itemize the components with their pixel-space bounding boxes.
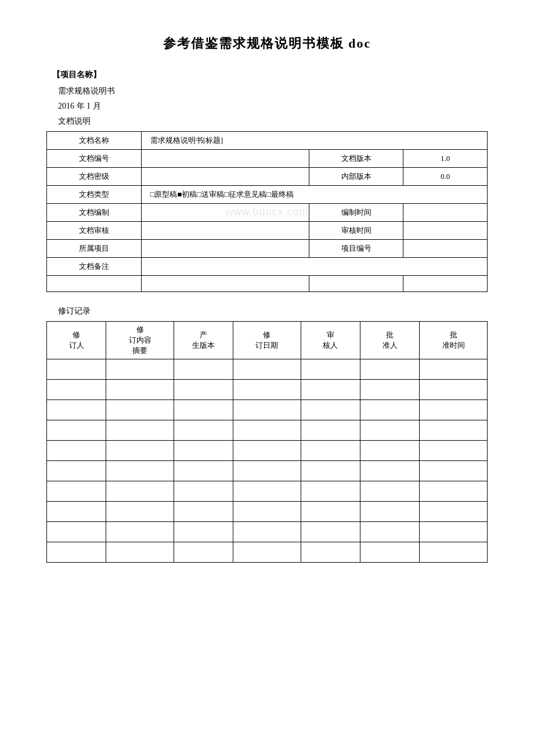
cell-internal-ver-label: 内部版本 [309,168,403,186]
revision-section-label: 修订记录 [58,306,488,316]
cell-doc-type-label: 文档类型 [47,186,142,204]
cell-doc-num-value [141,150,309,168]
cell-project-label: 所属项目 [47,240,142,258]
table-row [47,276,488,292]
cell-r3-c5 [301,400,360,420]
revision-table-row [47,420,488,441]
cell-r4-c3 [174,420,233,441]
cell-edit-time-label: 编制时间 [309,204,403,222]
table-row: 文档密级 内部版本 0.0 [47,168,488,186]
cell-r8-c3 [174,502,233,522]
cell-r7-c4 [233,481,301,502]
cell-r3-c2 [106,400,174,420]
cell-doc-remark-label: 文档备注 [47,258,142,276]
cell-r10-c5 [301,542,360,563]
revision-table-header: 修订人 修订内容摘要 产生版本 修订日期 审核人 批准人 批准时间 [47,322,488,359]
doc-info-section-label: 文档说明 [58,116,488,127]
cell-r5-c1 [47,441,106,461]
cell-r4-c6 [360,420,420,441]
cell-r3-c1 [47,400,106,420]
cell-r1-c2 [106,359,174,380]
doc-date-text: 2016 年 1 月 [58,101,488,111]
cell-r8-c4 [233,502,301,522]
cell-r9-c6 [360,522,420,542]
cell-r7-c2 [106,481,174,502]
cell-doc-ver-label: 文档版本 [309,150,403,168]
cell-r3-c3 [174,400,233,420]
revision-table-row [47,522,488,542]
cell-r10-c7 [420,542,488,563]
cell-r8-c2 [106,502,174,522]
cell-doc-review-label: 文档审核 [47,222,142,240]
cell-r10-c6 [360,542,420,563]
cell-r2-c6 [360,380,420,400]
cell-r9-c4 [233,522,301,542]
col-header-content: 修订内容摘要 [106,322,174,359]
cell-doc-sec-label: 文档密级 [47,168,142,186]
cell-r6-c2 [106,461,174,481]
cell-r1-c1 [47,359,106,380]
cell-r2-c5 [301,380,360,400]
cell-r7-c3 [174,481,233,502]
cell-doc-type-value: □原型稿■初稿□送审稿□征求意见稿□最终稿 [141,186,487,204]
cell-r10-c1 [47,542,106,563]
table-row: 文档类型 □原型稿■初稿□送审稿□征求意见稿□最终稿 [47,186,488,204]
cell-r9-c5 [301,522,360,542]
cell-review-time-label: 审核时间 [309,222,403,240]
table-row: 所属项目 项目编号 [47,240,488,258]
page-title: 参考借鉴需求规格说明书模板 doc [46,35,488,52]
cell-r6-c4 [233,461,301,481]
cell-r6-c7 [420,461,488,481]
cell-doc-remark-value [141,258,487,276]
cell-r1-c6 [360,359,420,380]
cell-project-num-label: 项目编号 [309,240,403,258]
cell-r1-c5 [301,359,360,380]
cell-r9-c7 [420,522,488,542]
cell-empty-4 [403,276,488,292]
col-header-reviewer: 审核人 [301,322,360,359]
cell-review-time-value [403,222,488,240]
cell-r4-c7 [420,420,488,441]
cell-r6-c1 [47,461,106,481]
col-header-date: 修订日期 [233,322,301,359]
doc-type-text: 需求规格说明书 [58,86,488,96]
project-name-label: 【项目名称】 [52,70,488,80]
cell-empty-2 [141,276,309,292]
cell-r6-c3 [174,461,233,481]
cell-r5-c6 [360,441,420,461]
cell-r4-c5 [301,420,360,441]
cell-r8-c1 [47,502,106,522]
revision-table-row [47,359,488,380]
cell-r9-c1 [47,522,106,542]
col-header-approver: 批准人 [360,322,420,359]
cell-doc-ver-value: 1.0 [403,150,488,168]
cell-r2-c3 [174,380,233,400]
cell-r6-c6 [360,461,420,481]
revision-table: 修订人 修订内容摘要 产生版本 修订日期 审核人 批准人 批准时间 [46,321,488,563]
cell-r7-c6 [360,481,420,502]
cell-project-num-value [403,240,488,258]
cell-r2-c7 [420,380,488,400]
cell-doc-sec-value [141,168,309,186]
cell-r10-c3 [174,542,233,563]
cell-r4-c1 [47,420,106,441]
cell-doc-name-value: 需求规格说明书[标题] [141,132,487,150]
cell-r4-c4 [233,420,301,441]
col-header-modifier: 修订人 [47,322,106,359]
cell-doc-name-label: 文档名称 [47,132,142,150]
cell-r7-c1 [47,481,106,502]
cell-doc-review-value [141,222,309,240]
cell-r8-c5 [301,502,360,522]
cell-r2-c2 [106,380,174,400]
cell-r3-c4 [233,400,301,420]
cell-doc-edit-value [141,204,309,222]
cell-r1-c7 [420,359,488,380]
cell-empty-3 [309,276,403,292]
revision-table-row [47,502,488,522]
col-header-version: 产生版本 [174,322,233,359]
revision-table-row [47,380,488,400]
table-row: 文档编制 编制时间 [47,204,488,222]
cell-r5-c5 [301,441,360,461]
revision-table-row [47,542,488,563]
revision-table-row [47,400,488,420]
